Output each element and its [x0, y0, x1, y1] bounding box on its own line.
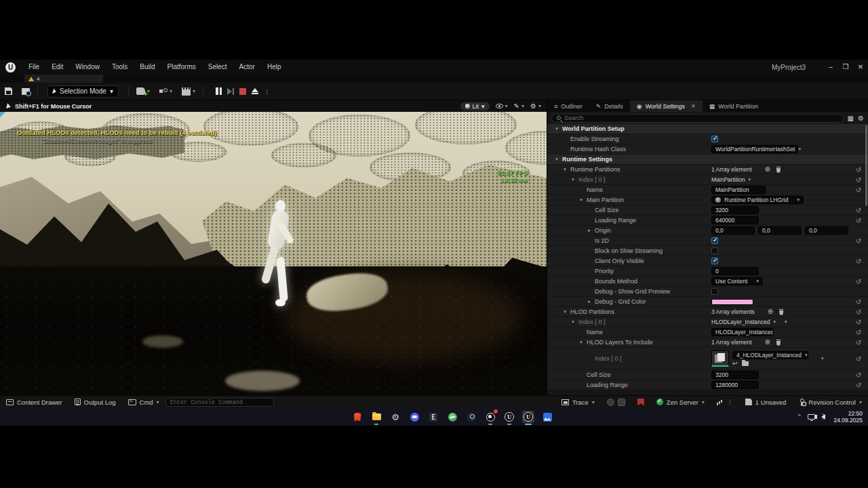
checkbox[interactable]	[711, 258, 718, 264]
value-input[interactable]: 640000	[711, 216, 759, 224]
search-input[interactable]: Search	[551, 114, 844, 123]
checkbox[interactable]	[711, 247, 718, 254]
checkbox[interactable]	[711, 136, 718, 142]
menu-build[interactable]: Build	[134, 60, 161, 75]
menu-platforms[interactable]: Platforms	[161, 60, 202, 75]
dropdown-value[interactable]: HLODLayer_Instanced	[711, 319, 770, 325]
insights-button[interactable]	[631, 396, 650, 409]
taskbar-obs-icon[interactable]	[484, 411, 496, 423]
value-input[interactable]: 0	[711, 267, 759, 275]
dropdown[interactable]: Use Content▾	[711, 277, 763, 285]
show-flags-dropdown[interactable]: ▾	[496, 103, 508, 109]
expander-icon[interactable]: ▾	[570, 319, 576, 325]
element-options-icon[interactable]: ▾	[785, 319, 787, 325]
view-options-icon[interactable]: ▦	[848, 115, 854, 122]
checkbox[interactable]	[711, 288, 718, 295]
add-actor-button[interactable]: ▾	[132, 83, 155, 100]
taskbar-brave-browser-icon[interactable]	[351, 411, 363, 423]
expander-icon[interactable]: ▸	[587, 299, 592, 304]
vector-component-input[interactable]: 0,0	[711, 226, 755, 235]
pc-tray-icon[interactable]	[808, 414, 815, 420]
clear-array-icon[interactable]	[776, 340, 781, 346]
settings-gear-icon[interactable]: ⚙	[858, 115, 864, 122]
speaker-icon[interactable]	[821, 414, 825, 420]
zen-server-dropdown[interactable]: Zen Server▾	[650, 396, 711, 409]
output-log-button[interactable]: Output Log	[68, 396, 122, 409]
tray-expand-icon[interactable]: ⌃	[797, 413, 802, 420]
frame-skip-button[interactable]	[227, 88, 234, 95]
expander-icon[interactable]: ▾	[578, 340, 584, 345]
reset-to-default-icon[interactable]: ↺	[849, 207, 868, 214]
menu-edit[interactable]: Edit	[45, 60, 69, 75]
dropdown[interactable]: Runtime Partition LHGrid▾	[711, 196, 804, 204]
view-mode-dropdown[interactable]: Lit ▾	[460, 102, 490, 110]
value-input[interactable]: MainPartition	[711, 186, 766, 194]
reset-to-default-icon[interactable]: ↺	[849, 371, 868, 379]
message-log-badge[interactable]: 4	[24, 75, 103, 83]
vector-component-input[interactable]: 0,0	[805, 226, 848, 235]
reset-to-default-icon[interactable]: ↺	[849, 258, 868, 265]
revision-control-dropdown[interactable]: Revision Control▾	[792, 396, 868, 409]
chevron-down-icon[interactable]: ▾	[749, 177, 751, 182]
taskbar-windows-start-icon[interactable]	[332, 411, 344, 423]
add-element-icon[interactable]: ⊕	[765, 339, 770, 346]
add-element-icon[interactable]: ⊕	[765, 166, 770, 173]
reset-to-default-icon[interactable]: ↺	[849, 339, 868, 346]
asset-thumbnail[interactable]	[711, 350, 729, 367]
clear-array-icon[interactable]	[778, 309, 784, 315]
content-drawer-button[interactable]: Content Drawer	[0, 396, 68, 409]
menu-file[interactable]: File	[22, 60, 45, 75]
taskbar-green-app-icon[interactable]	[446, 411, 458, 423]
asset-dropdown[interactable]: 4_HLODLayer_Instanced▾	[732, 351, 808, 359]
taskbar-file-explorer-icon[interactable]	[370, 411, 382, 423]
panel-scrollbar[interactable]	[865, 125, 867, 206]
viewport-settings-dropdown[interactable]: ⚙▾	[530, 102, 541, 110]
menu-actor[interactable]: Actor	[233, 60, 261, 75]
play-options-button[interactable]: ⋮	[264, 88, 270, 95]
restore-button[interactable]: ❐	[838, 60, 853, 75]
reset-to-default-icon[interactable]: ↺	[849, 298, 868, 306]
taskbar-unreal-engine-icon[interactable]: U	[503, 411, 515, 423]
ddc-stats-button[interactable]: ⋮	[711, 396, 739, 409]
value-input[interactable]: 1280000	[711, 381, 759, 389]
taskbar-unreal-engine-active-icon[interactable]: U	[522, 411, 534, 423]
add-element-icon[interactable]: ⊕	[768, 308, 773, 315]
taskbar-clock[interactable]: 22:50 24.09.2025	[833, 410, 863, 424]
expander-icon[interactable]: ▾	[554, 126, 559, 131]
taskbar-epic-games-icon[interactable]	[427, 411, 439, 423]
reset-to-default-icon[interactable]: ↺	[849, 382, 868, 389]
console-command-input[interactable]: Enter Console Command	[165, 398, 274, 407]
tab-world-partition[interactable]: ▦World Partition	[703, 100, 765, 112]
profiler-buttons[interactable]	[601, 396, 631, 409]
menu-tools[interactable]: Tools	[106, 60, 134, 75]
value-input[interactable]: 3200	[711, 371, 759, 379]
blueprints-button[interactable]: ▾	[155, 83, 177, 100]
browse-to-asset-icon[interactable]	[742, 361, 749, 366]
checkbox[interactable]	[711, 237, 718, 244]
expander-icon[interactable]: ▾	[578, 197, 584, 203]
viewport-tool-dropdown[interactable]: ✎▾	[514, 102, 524, 110]
reset-to-default-icon[interactable]: ↺	[849, 329, 868, 336]
chevron-down-icon[interactable]: ▾	[773, 319, 776, 325]
reset-to-default-icon[interactable]: ↺	[849, 308, 868, 316]
unsaved-button[interactable]: 1 Unsaved	[739, 396, 792, 409]
taskbar-steam-icon[interactable]	[465, 411, 477, 423]
expander-icon[interactable]: ▾	[570, 177, 576, 182]
reset-to-default-icon[interactable]: ↺	[849, 278, 868, 285]
taskbar-discord-icon[interactable]	[408, 411, 420, 423]
pause-button[interactable]	[216, 87, 222, 95]
tab-world-settings[interactable]: ◉World Settings✕	[630, 100, 703, 112]
clear-array-icon[interactable]	[776, 167, 781, 173]
eject-button[interactable]	[252, 88, 258, 94]
use-selected-icon[interactable]: ↩	[732, 361, 738, 367]
stop-button[interactable]	[239, 88, 246, 95]
selection-mode-dropdown[interactable]: Selection Mode ▾	[47, 85, 119, 98]
expander-icon[interactable]: ▸	[587, 228, 592, 233]
expander-icon[interactable]: ▾	[562, 309, 568, 314]
taskbar-settings-icon[interactable]: ⚙	[389, 411, 401, 423]
reset-to-default-icon[interactable]: ↺	[849, 319, 868, 326]
menu-select[interactable]: Select	[202, 60, 233, 75]
save-button[interactable]	[0, 83, 17, 100]
expander-icon[interactable]: ▾	[562, 167, 568, 172]
dropdown-value[interactable]: MainPartition	[711, 176, 745, 183]
